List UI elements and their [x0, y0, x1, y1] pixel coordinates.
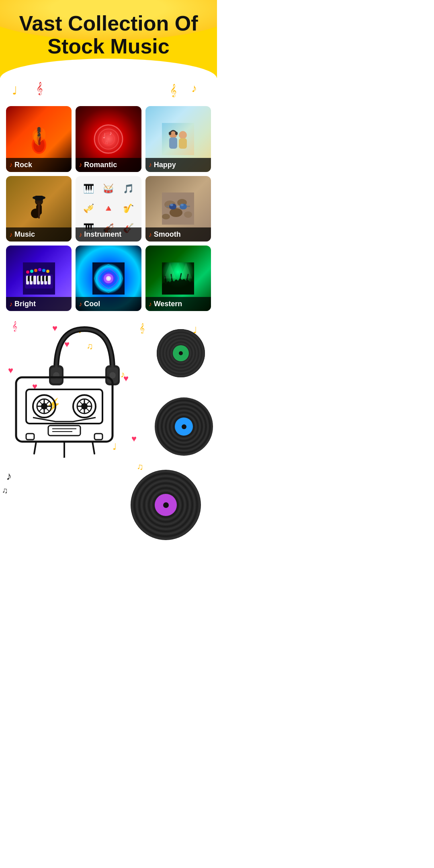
card-label-music: ♪ Music [6, 227, 72, 242]
svg-rect-30 [176, 206, 180, 207]
music-card-western[interactable]: ♪ Western [145, 246, 211, 311]
music-note-icon-2: ♪ [79, 161, 82, 168]
music-card-bright[interactable]: ♪ Bright [6, 246, 72, 311]
music-card-rock[interactable]: ♪ Rock [6, 106, 72, 172]
header-title-line1: Vast Collection Of [8, 12, 209, 35]
sax-icon: 🎷 [119, 203, 138, 214]
drum-icon: 🥁 [98, 184, 118, 194]
svg-rect-44 [28, 276, 30, 281]
header-title-line2: Stock Music [8, 35, 209, 58]
svg-point-49 [26, 270, 29, 274]
note-icon-3: ♪ [191, 82, 197, 95]
clef-icon-1: 𝄞 [12, 321, 17, 332]
svg-rect-32 [187, 206, 190, 207]
vinyl-record-2 [155, 397, 213, 456]
card-label-happy: ♪ Happy [145, 158, 211, 172]
svg-point-34 [180, 204, 184, 206]
svg-rect-11 [169, 137, 177, 149]
svg-rect-21 [35, 196, 43, 201]
music-card-romantic[interactable]: ♩ ♪ ♫ ♪ Romantic [76, 106, 141, 172]
trumpet-icon: 🎺 [79, 203, 98, 214]
cassette-illustration [12, 369, 117, 459]
heart-decor-6: ♥ [131, 434, 137, 444]
music-note-icon-5: ♪ [79, 231, 82, 238]
svg-rect-31 [166, 206, 169, 207]
page-header: Vast Collection Of Stock Music [0, 0, 217, 78]
svg-point-33 [170, 204, 173, 206]
svg-rect-39 [33, 276, 36, 285]
svg-point-53 [42, 269, 45, 272]
music-note-icon-3: ♪ [149, 161, 152, 168]
svg-point-27 [162, 214, 170, 219]
svg-rect-48 [46, 276, 48, 281]
svg-line-93 [34, 442, 36, 454]
music-card-happy[interactable]: ♪ Happy [145, 106, 211, 172]
svg-rect-43 [48, 276, 51, 285]
svg-point-26 [184, 211, 192, 218]
card-label-western: ♪ Western [145, 297, 211, 311]
decorative-notes-top: ♩ 𝄞 ♪ 𝄞 [0, 78, 217, 106]
svg-rect-19 [38, 203, 40, 219]
music-note-icon-6: ♪ [149, 231, 152, 238]
svg-point-4 [98, 129, 119, 149]
svg-point-51 [34, 269, 37, 272]
card-label-bright: ♪ Bright [6, 297, 72, 311]
svg-point-12 [179, 131, 187, 139]
note-decor-black: ♪ [6, 470, 12, 483]
svg-rect-45 [31, 276, 33, 281]
music-card-instrument[interactable]: 🎹 🥁 🎵 🎺 🔺 🎷 🎹 🎻 🎸 ♪ Instrument [76, 176, 141, 242]
card-label-romantic: ♪ Romantic [76, 158, 141, 172]
svg-point-25 [170, 208, 182, 217]
card-label-cool: ♪ Cool [76, 297, 141, 311]
note-icon-1: ♩ [12, 84, 17, 97]
svg-rect-46 [39, 276, 41, 281]
note-icon-2: 𝄞 [36, 82, 43, 95]
card-label-smooth: ♪ Smooth [145, 227, 211, 242]
music-note-icon-4: ♪ [9, 231, 12, 238]
music-note-icon-9: ♪ [149, 301, 152, 308]
svg-rect-9 [162, 123, 194, 155]
music-note-float: 🎵 [119, 184, 138, 194]
note-decor-6: ♫ [137, 462, 143, 472]
svg-text:♫: ♫ [104, 139, 108, 145]
svg-text:♪: ♪ [109, 130, 112, 136]
svg-rect-13 [179, 138, 187, 149]
vinyl-record-3 [131, 470, 201, 540]
svg-point-52 [38, 268, 41, 271]
vinyl-record-1 [157, 329, 205, 377]
triangle-icon: 🔺 [98, 203, 118, 214]
music-category-grid: ♪ Rock ♩ ♪ ♫ ♪ Romantic [0, 106, 217, 317]
piano-icon: 🎹 [79, 184, 98, 194]
svg-point-58 [106, 276, 111, 281]
svg-rect-86 [48, 426, 80, 436]
music-card-cool[interactable]: ♪ Cool [76, 246, 141, 311]
note-icon-4: 𝄞 [170, 84, 177, 97]
svg-rect-89 [26, 434, 34, 440]
svg-line-94 [92, 442, 94, 454]
note-decor-black2: ♫ [2, 486, 8, 495]
card-label-instrument: ♪ Instrument [76, 227, 141, 242]
music-note-icon: ♪ [9, 161, 12, 168]
card-label-rock: ♪ Rock [6, 158, 72, 172]
svg-rect-90 [94, 434, 102, 440]
music-note-icon-7: ♪ [9, 301, 12, 308]
music-card-music[interactable]: ♪ Music [6, 176, 72, 242]
svg-rect-14 [169, 132, 171, 135]
music-card-smooth[interactable]: ♪ Smooth [145, 176, 211, 242]
svg-point-50 [30, 270, 33, 273]
clef-icon-2: 𝄞 [139, 323, 145, 334]
illustration-section: 𝄞 ♥ ♥ ♪ ♫ 𝄞 𝄞 ♩ ♥ ♥ ⚡ ♪ ♩ ♫ ♥ ♥ ♪ ♫ [0, 317, 217, 542]
music-note-icon-8: ♪ [79, 301, 82, 308]
svg-rect-15 [175, 132, 178, 135]
svg-point-54 [46, 270, 49, 273]
svg-text:♩: ♩ [102, 132, 106, 140]
svg-rect-47 [42, 276, 44, 281]
